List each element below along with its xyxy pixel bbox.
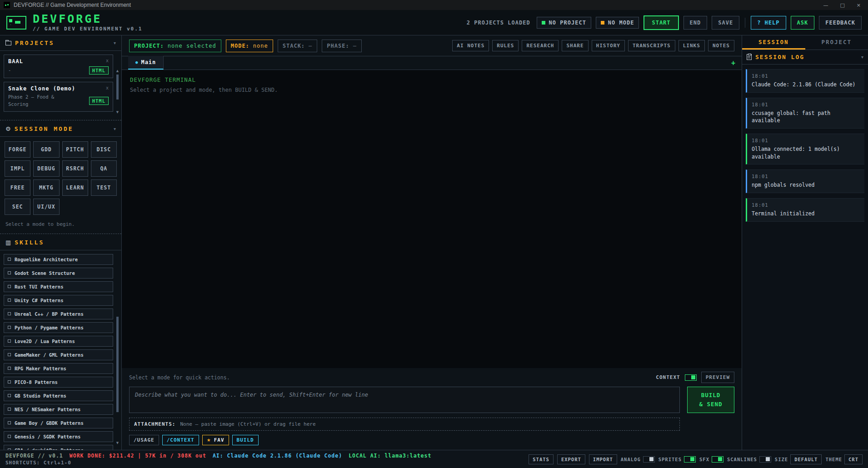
skill-item[interactable]: Unity C# Patterns [4,295,113,306]
mode-button-impl[interactable]: IMPL [5,160,30,177]
transcripts-button[interactable]: TRANSCRIPTS [628,40,675,51]
scroll-down-icon[interactable]: ▼ [115,441,120,445]
mode-button-test[interactable]: TEST [91,179,117,196]
skill-item[interactable]: Python / Pygame Patterns [4,322,113,333]
context-toggle[interactable] [685,374,697,381]
skill-item[interactable]: GBA / devkitPro Patterns [4,445,113,450]
project-close-icon[interactable]: x [106,85,109,90]
build-send-button[interactable]: BUILD& SEND [687,387,734,413]
skill-item[interactable]: NES / NESmaker Patterns [4,404,113,415]
mode-button-sec[interactable]: SEC [5,199,30,215]
skill-item[interactable]: Genesis / SGDK Patterns [4,431,113,442]
tab-main[interactable]: ● Main [128,56,164,70]
skills-scrollbar[interactable]: ▼ [115,253,120,450]
end-button[interactable]: END [683,16,708,30]
session-mode-collapse-caret-icon[interactable]: ▾ [114,126,116,131]
save-button[interactable]: SAVE [712,16,739,30]
checkbox-icon[interactable] [8,435,11,438]
mode-button-disc[interactable]: DISC [91,141,117,158]
checkbox-icon[interactable] [8,421,11,424]
help-button[interactable]: ? HELP [751,16,786,30]
log-collapse-caret-icon[interactable]: ▾ [861,55,863,60]
scrollbar-thumb[interactable] [116,75,119,100]
analog-toggle[interactable] [643,456,655,463]
skill-item[interactable]: PICO-8 Patterns [4,377,113,388]
minimize-icon[interactable]: — [823,2,828,8]
projects-loaded-text: 2 PROJECTS LOADED [467,20,530,26]
projects-scrollbar[interactable]: ▲ ▼ [115,69,120,115]
mode-button-pitch[interactable]: PITCH [62,141,88,158]
app-title: DEVFORGE [33,13,142,25]
skill-item[interactable]: Game Boy / GBDK Patterns [4,418,113,428]
build-command-button[interactable]: BUILD [232,435,259,445]
mode-button-free[interactable]: FREE [5,179,30,196]
skill-item[interactable]: GameMaker / GML Patterns [4,349,113,360]
mode-button-qa[interactable]: QA [91,160,117,177]
checkbox-icon[interactable] [8,353,11,356]
skill-item[interactable]: Roguelike Architecture [4,254,113,265]
tab-project[interactable]: PROJECT [805,35,868,50]
start-button[interactable]: START [644,15,678,30]
skill-item[interactable]: Godot Scene Structure [4,268,113,279]
theme-crt-button[interactable]: CRT [844,454,863,464]
add-tab-icon[interactable]: + [731,59,735,67]
ai-notes-button[interactable]: AI NOTES [452,40,489,51]
history-button[interactable]: HISTORY [592,40,625,51]
checkbox-icon[interactable] [8,285,11,288]
project-card[interactable]: BAAL x - HTML [4,55,113,78]
scroll-down-icon[interactable]: ▼ [115,110,120,115]
checkbox-icon[interactable] [8,299,11,302]
maximize-icon[interactable]: □ [840,2,844,8]
import-button[interactable]: IMPORT [589,454,617,464]
project-card[interactable]: Snake Clone (Demo) x Phase 2 — Food & Sc… [4,82,113,112]
tab-session[interactable]: SESSION [742,35,805,50]
mode-button-gdd[interactable]: GDD [33,141,59,158]
fav-button[interactable]: ★ FAV [202,435,229,445]
checkbox-icon[interactable] [8,394,11,397]
export-button[interactable]: EXPORT [557,454,585,464]
projects-collapse-caret-icon[interactable]: ▾ [114,40,116,45]
notes-button[interactable]: NOTES [708,40,734,51]
skill-item[interactable]: Rust TUI Patterns [4,281,113,292]
checkbox-icon[interactable] [8,339,11,343]
preview-button[interactable]: PREVIEW [701,372,734,383]
mode-button-uiux[interactable]: UI/UX [33,199,59,215]
scroll-up-icon[interactable]: ▲ [115,69,120,73]
size-default-button[interactable]: DEFAULT [790,454,822,464]
attachments-dropzone[interactable]: ATTACHMENTS: None — paste image (Ctrl+V)… [129,418,680,431]
share-button[interactable]: SHARE [562,40,588,51]
scanlines-toggle[interactable] [759,456,771,463]
checkbox-icon[interactable] [8,367,11,370]
checkbox-icon[interactable] [8,326,11,329]
rules-button[interactable]: RULES [492,40,519,51]
mode-button-learn[interactable]: LEARN [62,179,88,196]
skill-item[interactable]: Love2D / Lua Patterns [4,336,113,347]
sprites-toggle[interactable] [684,456,696,463]
feedback-button[interactable]: FEEDBACK [819,16,862,30]
checkbox-icon[interactable] [8,271,11,274]
scrollbar-thumb[interactable] [116,317,119,412]
mode-button-mktg[interactable]: MKTG [33,179,59,196]
checkbox-icon[interactable] [8,258,11,261]
links-button[interactable]: LINKS [678,40,705,51]
context-command-button[interactable]: /CONTEXT [162,435,199,445]
research-button[interactable]: RESEARCH [522,40,559,51]
skill-item[interactable]: Unreal C++ / BP Patterns [4,309,113,319]
checkbox-icon[interactable] [8,408,11,411]
skill-item[interactable]: RPG Maker Patterns [4,363,113,374]
mode-button-forge[interactable]: FORGE [5,141,30,158]
prompt-input[interactable] [129,387,680,413]
mode-button-rsrch[interactable]: RSRCH [62,160,88,177]
ask-button[interactable]: ASK [791,16,815,30]
sfx-toggle[interactable] [712,456,723,463]
terminal-output[interactable]: DEVFORGE TERMINAL Select a project and m… [122,70,742,368]
usage-command-button[interactable]: /USAGE [129,435,159,445]
checkbox-icon[interactable] [8,380,11,383]
project-close-icon[interactable]: x [106,58,109,63]
mode-button-debug[interactable]: DEBUG [33,160,59,177]
checkbox-icon[interactable] [8,312,11,315]
skill-item[interactable]: GB Studio Patterns [4,390,113,401]
checkbox-icon[interactable] [8,448,11,450]
close-icon[interactable]: × [857,2,861,8]
stats-button[interactable]: STATS [529,454,554,464]
